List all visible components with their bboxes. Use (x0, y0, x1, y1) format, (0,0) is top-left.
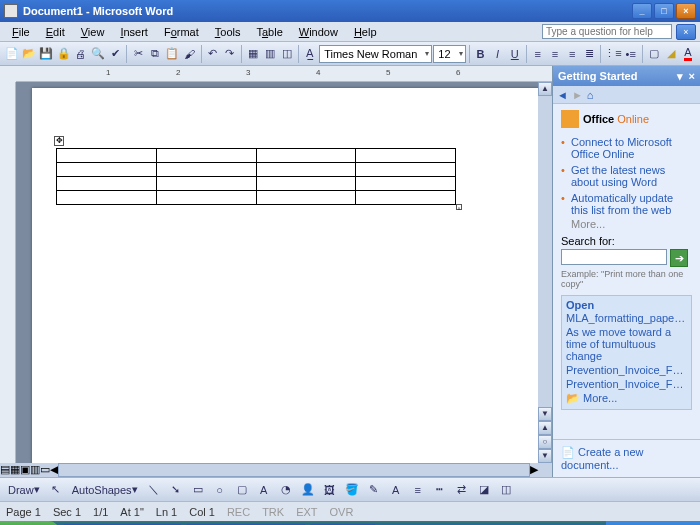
align-right-icon[interactable]: ≡ (564, 44, 580, 64)
minimize-button[interactable]: _ (632, 3, 652, 19)
redo-icon[interactable]: ↷ (222, 44, 238, 64)
help-search-input[interactable] (542, 24, 672, 39)
search-go-icon[interactable]: ➔ (670, 249, 688, 267)
align-center-icon[interactable]: ≡ (547, 44, 563, 64)
browse-object-icon[interactable]: ○ (538, 435, 552, 449)
borders-icon[interactable]: ▢ (646, 44, 662, 64)
taskpane-header[interactable]: Getting Started ▾ × (553, 66, 700, 86)
start-button[interactable]: ⊞start (0, 521, 59, 525)
link-connect-office[interactable]: Connect to Microsoft Office Online (561, 134, 692, 162)
print-preview-icon[interactable]: 🔍 (90, 44, 106, 64)
link-more[interactable]: More... (561, 218, 692, 230)
next-page-icon[interactable]: ▼ (538, 449, 552, 463)
menu-format[interactable]: Format (156, 24, 207, 40)
copy-icon[interactable]: ⧉ (147, 44, 163, 64)
scroll-right-icon[interactable]: ▶ (530, 463, 538, 477)
line-icon[interactable]: ＼ (144, 480, 164, 500)
recent-file[interactable]: Prevention_Invoice_Form4[1] (566, 363, 687, 377)
status-trk[interactable]: TRK (262, 506, 284, 518)
open-icon[interactable]: 📂 (21, 44, 37, 64)
columns-icon[interactable]: ▥ (262, 44, 278, 64)
close-button[interactable]: × (676, 3, 696, 19)
scroll-up-icon[interactable]: ▲ (538, 82, 552, 96)
cut-icon[interactable]: ✂ (130, 44, 146, 64)
menu-insert[interactable]: Insert (112, 24, 156, 40)
taskpane-search-input[interactable] (561, 249, 667, 265)
font-color-icon[interactable]: A (680, 44, 696, 64)
menu-view[interactable]: View (73, 24, 113, 40)
nav-back-icon[interactable]: ◄ (557, 89, 568, 101)
normal-view-icon[interactable]: ▤ (0, 463, 10, 477)
menu-tools[interactable]: Tools (207, 24, 249, 40)
picture-icon[interactable]: 🖼 (320, 480, 340, 500)
recent-file[interactable]: MLA_formatting_paper_Bryndan (566, 311, 687, 325)
format-painter-icon[interactable]: 🖌 (182, 44, 198, 64)
fill-color-icon[interactable]: 🪣 (342, 480, 362, 500)
recent-file[interactable]: As we move toward a time of tumultuous c… (566, 325, 687, 363)
reading-view-icon[interactable]: ▭ (40, 463, 50, 477)
menu-help[interactable]: Help (346, 24, 385, 40)
save-icon[interactable]: 💾 (38, 44, 54, 64)
spelling-icon[interactable]: ✔ (107, 44, 123, 64)
outline-view-icon[interactable]: ▥ (30, 463, 40, 477)
permission-icon[interactable]: 🔒 (56, 44, 72, 64)
font-name-select[interactable]: Times New Roman (319, 45, 432, 63)
print-icon[interactable]: 🖨 (73, 44, 89, 64)
system-tray[interactable]: 🛡 🔊 9:58 PM (606, 521, 700, 525)
maximize-button[interactable]: □ (654, 3, 674, 19)
autoshapes-menu[interactable]: AutoShapes ▾ (68, 480, 142, 500)
print-view-icon[interactable]: ▣ (20, 463, 30, 477)
oval-icon[interactable]: ○ (210, 480, 230, 500)
table-resize-handle[interactable]: ◦ (456, 204, 462, 210)
select-objects-icon[interactable]: ↖ (46, 480, 66, 500)
scroll-left-icon[interactable]: ◀ (50, 463, 58, 477)
style-dropdown-icon[interactable]: A̲ (302, 44, 318, 64)
nav-forward-icon[interactable]: ► (572, 89, 583, 101)
draw-menu[interactable]: Draw ▾ (4, 480, 44, 500)
menu-table[interactable]: Table (248, 24, 290, 40)
status-rec[interactable]: REC (227, 506, 250, 518)
bold-icon[interactable]: B (472, 44, 488, 64)
menu-file[interactable]: File (4, 24, 38, 40)
line-style-icon[interactable]: ≡ (408, 480, 428, 500)
bullets-icon[interactable]: •≡ (623, 44, 639, 64)
scroll-down-icon[interactable]: ▼ (538, 407, 552, 421)
arrow-icon[interactable]: ➘ (166, 480, 186, 500)
create-new-doc-link[interactable]: 📄 Create a new document... (553, 439, 700, 477)
drawing-icon[interactable]: ◫ (279, 44, 295, 64)
menu-edit[interactable]: Edit (38, 24, 73, 40)
arrow-style-icon[interactable]: ⇄ (452, 480, 472, 500)
font-size-select[interactable]: 12 (433, 45, 465, 63)
document-table[interactable] (56, 148, 456, 205)
taskpane-dropdown-icon[interactable]: ▾ (677, 70, 683, 83)
italic-icon[interactable]: I (490, 44, 506, 64)
status-ext[interactable]: EXT (296, 506, 317, 518)
table-move-handle[interactable]: ✥ (54, 136, 64, 146)
status-ovr[interactable]: OVR (330, 506, 354, 518)
highlight-icon[interactable]: ◢ (663, 44, 679, 64)
link-auto-update[interactable]: Automatically update this list from the … (561, 190, 692, 218)
underline-icon[interactable]: U (507, 44, 523, 64)
justify-icon[interactable]: ≣ (581, 44, 597, 64)
font-color-draw-icon[interactable]: A (386, 480, 406, 500)
menu-window[interactable]: Window (291, 24, 346, 40)
rectangle-icon[interactable]: ▭ (188, 480, 208, 500)
nav-home-icon[interactable]: ⌂ (587, 89, 594, 101)
document-page[interactable]: ✥ ◦ (32, 88, 538, 463)
web-view-icon[interactable]: ▦ (10, 463, 20, 477)
taskpane-close-icon[interactable]: × (689, 70, 695, 82)
line-color-icon[interactable]: ✎ (364, 480, 384, 500)
undo-icon[interactable]: ↶ (205, 44, 221, 64)
dash-style-icon[interactable]: ┅ (430, 480, 450, 500)
recent-file[interactable]: Prevention_Invoice_Form4[1] (566, 377, 687, 391)
new-doc-icon[interactable]: 📄 (4, 44, 20, 64)
align-left-icon[interactable]: ≡ (530, 44, 546, 64)
numbering-icon[interactable]: ⋮≡ (604, 44, 621, 64)
insert-table-icon[interactable]: ▦ (245, 44, 261, 64)
vertical-scrollbar[interactable]: ▲ ▼ ▲ ○ ▼ (538, 82, 552, 463)
prev-page-icon[interactable]: ▲ (538, 421, 552, 435)
textbox-icon[interactable]: ▢ (232, 480, 252, 500)
wordart-icon[interactable]: A (254, 480, 274, 500)
3d-icon[interactable]: ◫ (496, 480, 516, 500)
recent-more[interactable]: 📂 More... (566, 391, 687, 406)
